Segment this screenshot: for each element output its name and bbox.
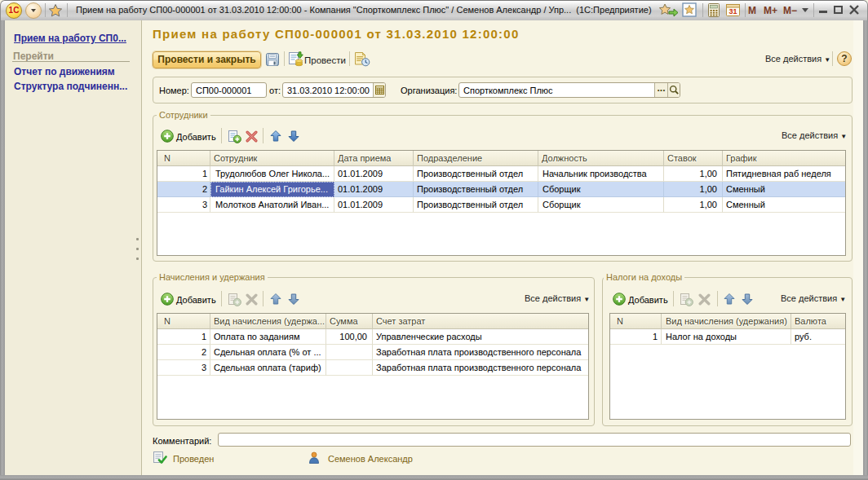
svg-text:31: 31 [728, 7, 737, 15]
